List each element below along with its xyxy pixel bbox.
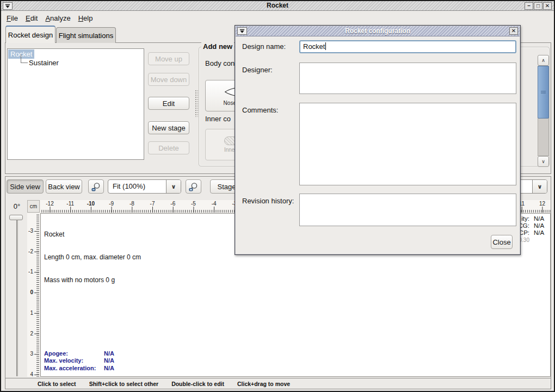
rotation-value: 0°	[8, 200, 26, 212]
zoom-in-button[interactable]	[186, 179, 201, 194]
rocket-info-line: Length 0 cm, max. diameter 0 cm	[44, 253, 141, 261]
h-ruler-label: -6	[170, 201, 175, 207]
status-hint: Click to select	[38, 381, 76, 387]
v-ruler-label: 0	[30, 289, 33, 295]
dialog-close-button[interactable]: Close	[491, 235, 513, 249]
v-ruler-label: 3	[30, 351, 33, 357]
flight-value: N/A	[104, 350, 114, 358]
v-ruler-label: 2	[30, 331, 33, 337]
flight-label: Apogee:	[44, 350, 104, 358]
minimize-button[interactable]: –	[525, 2, 533, 10]
menu-edit[interactable]: Edit	[26, 14, 38, 22]
close-button[interactable]: ✕	[543, 2, 552, 10]
tree-branch-line	[21, 54, 28, 63]
h-ruler-label: 12	[539, 201, 545, 207]
zoom-level-value: Fit (100%)	[108, 180, 166, 193]
chevron-down-icon: ∨	[532, 180, 547, 193]
zoom-out-button[interactable]	[88, 179, 104, 194]
rocket-info-line: Rocket	[44, 231, 141, 238]
h-ruler-label: -9	[109, 201, 114, 207]
h-ruler-label: -10	[87, 201, 95, 207]
v-ruler-label: 1	[30, 310, 33, 316]
dialog-titlebar[interactable]: Rocket configuration ✕	[236, 26, 520, 36]
scroll-up-button[interactable]: ∧	[538, 55, 549, 66]
tab-rocket-design[interactable]: Rocket design	[5, 26, 55, 43]
rocket-info-line: Mass with no motors 0 g	[44, 276, 141, 284]
status-hint: Shift+click to select other	[89, 381, 159, 387]
inner-component-label: Inner co	[205, 115, 231, 123]
zoom-in-icon	[189, 182, 198, 191]
v-ruler-label: -3	[28, 228, 33, 234]
h-ruler-label: -11	[66, 201, 74, 207]
splitter-grip[interactable]	[195, 90, 198, 117]
tab-flight-simulations[interactable]: Flight simulations	[56, 27, 116, 43]
move-up-button[interactable]: Move up	[148, 52, 189, 65]
rotation-slider-handle[interactable]	[9, 215, 23, 220]
vertical-ruler: -3-2-101234	[27, 213, 40, 377]
comments-input[interactable]	[299, 103, 516, 185]
h-ruler-label: -8	[130, 201, 134, 207]
comments-label: Comments:	[242, 106, 278, 114]
zoom-out-icon	[91, 182, 101, 191]
window-title: Rocket	[1, 2, 554, 9]
back-view-button[interactable]: Back view	[46, 179, 82, 194]
designer-label: Designer:	[242, 66, 273, 74]
revision-history-label: Revision history:	[242, 197, 294, 205]
design-name-label: Design name:	[242, 42, 286, 51]
window-titlebar[interactable]: Rocket – □ ✕	[1, 1, 554, 11]
h-ruler-label: -7	[150, 201, 155, 207]
maximize-button[interactable]: □	[534, 2, 542, 10]
h-ruler-label: -5	[191, 201, 196, 207]
menu-analyze[interactable]: Analyze	[45, 14, 70, 22]
dialog-title: Rocket configuration	[236, 27, 520, 35]
v-ruler-label: -1	[28, 269, 33, 275]
v-ruler-label: -2	[28, 248, 33, 254]
scrollbar-thumb[interactable]	[538, 66, 549, 119]
body-components-label: Body con	[205, 59, 235, 67]
chevron-down-icon: ∨	[166, 180, 181, 193]
rocket-info: Rocket Length 0 cm, max. diameter 0 cm M…	[44, 215, 141, 299]
stability-label: ity:	[521, 215, 529, 222]
move-down-button[interactable]: Move down	[148, 73, 189, 86]
delete-button[interactable]: Delete	[148, 141, 189, 154]
edit-button[interactable]: Edit	[148, 97, 189, 110]
dialog-close-icon[interactable]: ✕	[509, 27, 518, 35]
status-hint: Click+drag to move	[237, 381, 290, 387]
v-ruler-label: 4	[30, 371, 33, 377]
main-window: Rocket – □ ✕ File Edit Analyze Help Rock…	[0, 0, 555, 392]
add-new-scrollbar[interactable]: ∧ ∨	[538, 55, 549, 167]
scroll-down-button[interactable]: ∨	[538, 156, 549, 167]
flight-label: Max. velocity:	[44, 357, 104, 365]
new-stage-button[interactable]: New stage	[148, 121, 189, 134]
menubar: File Edit Analyze Help	[1, 11, 554, 25]
design-name-value: Rocket	[303, 42, 325, 51]
stability-value: N/A	[534, 222, 548, 229]
designer-input[interactable]	[299, 63, 516, 94]
flight-label: Max. acceleration:	[44, 365, 104, 372]
menu-help[interactable]: Help	[78, 14, 93, 22]
stability-value: N/A	[534, 229, 548, 237]
menu-file[interactable]: File	[7, 14, 18, 22]
text-caret	[325, 42, 326, 50]
tab-rocket-design-label: Rocket design	[8, 31, 53, 39]
flight-value: N/A	[104, 365, 114, 372]
zoom-level-combo[interactable]: Fit (100%) ∨	[108, 179, 181, 194]
tree-item-sustainer[interactable]: Sustainer	[29, 59, 59, 67]
rotation-slider-track[interactable]	[16, 220, 18, 376]
statusbar: Click to select Shift+click to select ot…	[5, 378, 551, 389]
flight-value: N/A	[104, 357, 114, 365]
h-ruler-label: -4	[212, 201, 217, 207]
component-tree[interactable]: Rocket Sustainer	[7, 48, 144, 160]
side-view-button[interactable]: Side view	[7, 179, 44, 194]
stability-value: N/A	[534, 215, 548, 222]
ruler-unit-label: cm	[27, 200, 40, 213]
add-new-title: Add new	[201, 42, 234, 51]
design-name-input[interactable]: Rocket	[299, 40, 516, 53]
h-ruler-label: -12	[46, 201, 53, 207]
rocket-configuration-dialog: Rocket configuration ✕ Design name: Rock…	[235, 25, 521, 255]
tab-flight-simulations-label: Flight simulations	[59, 32, 113, 40]
flight-data: Apogee:N/A Max. velocity:N/A Max. accele…	[44, 350, 114, 372]
status-hint: Double-click to edit	[171, 381, 224, 387]
revision-history-input[interactable]	[299, 194, 516, 226]
